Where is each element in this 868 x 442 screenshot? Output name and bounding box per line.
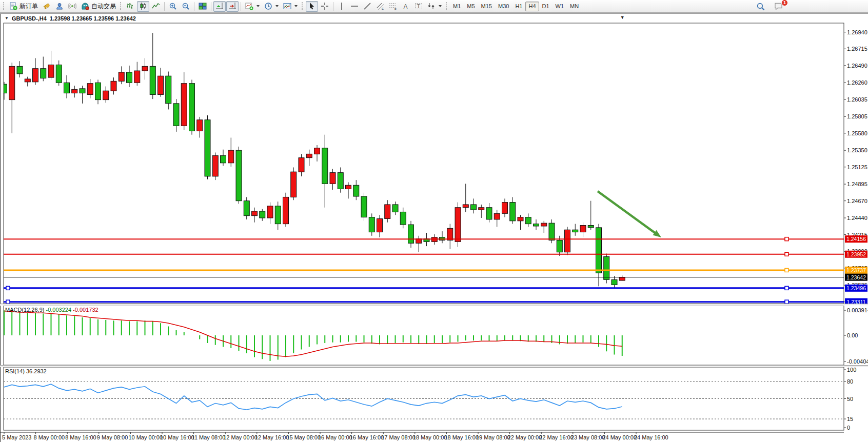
trendline-button[interactable] xyxy=(361,1,373,12)
chart-shift-button[interactable] xyxy=(226,1,239,12)
new-order-button[interactable]: 新订单 xyxy=(7,1,40,12)
candles xyxy=(2,33,625,288)
horizontal-line-1.23496[interactable] xyxy=(4,286,844,290)
arrows-button[interactable] xyxy=(425,1,444,12)
svg-text:8 May 00:00: 8 May 00:00 xyxy=(34,434,65,440)
svg-text:1.23737: 1.23737 xyxy=(846,267,866,273)
tab-timeframe-MN[interactable]: MN xyxy=(567,2,582,11)
signal-icon xyxy=(68,2,76,10)
fibonacci-icon: F xyxy=(389,2,397,10)
tab-timeframe-H1[interactable]: H1 xyxy=(512,2,525,11)
periods-button[interactable] xyxy=(262,1,281,12)
svg-text:19 May 08:00: 19 May 08:00 xyxy=(476,434,510,440)
dropdown-arrow-icon xyxy=(257,5,260,7)
svg-text:17 May 08:00: 17 May 08:00 xyxy=(381,434,416,440)
vertical-line-button[interactable] xyxy=(336,1,348,12)
time-axis[interactable] xyxy=(0,432,844,434)
svg-text:8 May 16:00: 8 May 16:00 xyxy=(65,434,96,440)
community-button[interactable] xyxy=(53,1,66,12)
macd-pane[interactable] xyxy=(4,310,623,361)
horizontal-line-button[interactable] xyxy=(348,1,361,12)
toolbar-grip[interactable] xyxy=(120,2,122,10)
svg-text:15: 15 xyxy=(847,416,853,422)
svg-text:1.24670: 1.24670 xyxy=(847,198,867,204)
rsi-pane[interactable] xyxy=(4,381,844,419)
notifications-button[interactable]: 1 xyxy=(772,1,785,12)
macd-signal-value: -0.001732 xyxy=(73,307,98,313)
text-button[interactable]: A xyxy=(400,1,412,12)
svg-text:10 May 00:00: 10 May 00:00 xyxy=(128,434,163,440)
trend-arrow-annotation[interactable] xyxy=(598,191,661,237)
svg-text:1.26490: 1.26490 xyxy=(847,63,867,69)
template-icon xyxy=(283,2,291,10)
channel-button[interactable]: E xyxy=(374,1,386,12)
svg-text:1.23642: 1.23642 xyxy=(846,274,866,280)
candlestick-chart-button[interactable] xyxy=(137,1,149,12)
rsi-indicator-label: RSI(14) 36.2932 xyxy=(5,368,47,374)
svg-text:1.25125: 1.25125 xyxy=(847,164,867,170)
tile-windows-button[interactable] xyxy=(196,1,209,12)
tab-timeframe-M30[interactable]: M30 xyxy=(495,2,512,11)
chart-canvas[interactable]: ▼1.269401.267151.264901.262601.260351.25… xyxy=(0,13,868,442)
pane-splitter[interactable] xyxy=(0,304,868,306)
toolbar-separator xyxy=(333,2,333,11)
zoom-out-button[interactable] xyxy=(180,1,192,12)
toolbar-separator xyxy=(194,2,194,11)
tab-timeframe-H4[interactable]: H4 xyxy=(525,2,539,11)
svg-text:1.26715: 1.26715 xyxy=(847,46,867,52)
candlestick-icon xyxy=(139,2,147,10)
tab-timeframe-M1[interactable]: M1 xyxy=(450,2,464,11)
signals-button[interactable] xyxy=(66,1,78,12)
alerts-button[interactable] xyxy=(41,1,53,12)
svg-text:1.26260: 1.26260 xyxy=(847,79,867,86)
new-order-icon xyxy=(9,2,17,10)
equidistant-channel-icon: E xyxy=(376,2,384,10)
templates-button[interactable] xyxy=(281,1,300,12)
svg-text:0: 0 xyxy=(847,425,850,431)
autotrading-label: 自动交易 xyxy=(91,2,116,11)
tab-timeframe-M15[interactable]: M15 xyxy=(478,2,495,11)
fibonacci-button[interactable]: F xyxy=(387,1,399,12)
line-chart-button[interactable] xyxy=(150,1,162,12)
indicators-button[interactable] xyxy=(243,1,262,12)
crosshair-button[interactable] xyxy=(319,1,331,12)
text-label-icon: T xyxy=(415,2,423,10)
toolbar-grip[interactable] xyxy=(446,2,448,10)
svg-text:10 May 16:00: 10 May 16:00 xyxy=(160,434,194,440)
svg-text:1.25805: 1.25805 xyxy=(847,113,867,119)
svg-text:1.24895: 1.24895 xyxy=(847,181,867,187)
svg-text:22 May 00:00: 22 May 00:00 xyxy=(508,434,542,440)
svg-text:50: 50 xyxy=(847,396,853,402)
chart-shift-icon xyxy=(228,2,236,10)
tab-timeframe-W1[interactable]: W1 xyxy=(553,2,567,11)
pane-splitter[interactable] xyxy=(0,365,868,367)
price-pane[interactable] xyxy=(2,33,662,288)
search-button[interactable] xyxy=(754,1,767,12)
tab-timeframe-D1[interactable]: D1 xyxy=(539,2,553,11)
toolbar-grip[interactable] xyxy=(3,2,5,10)
auto-scroll-button[interactable] xyxy=(213,1,226,12)
svg-text:1.24156: 1.24156 xyxy=(846,236,866,242)
notification-badge: 1 xyxy=(781,0,788,6)
svg-text:11 May 08:00: 11 May 08:00 xyxy=(192,434,226,440)
cursor-button[interactable] xyxy=(306,1,318,12)
svg-text:1.25350: 1.25350 xyxy=(847,147,867,153)
autotrading-button[interactable]: 自动交易 xyxy=(79,1,118,12)
rsi-value: 36.2932 xyxy=(26,368,47,374)
svg-text:9 May 08:00: 9 May 08:00 xyxy=(97,434,128,440)
text-label-button[interactable]: T xyxy=(412,1,425,12)
toolbar-right-icons: 1 xyxy=(754,1,785,12)
bar-chart-button[interactable] xyxy=(124,1,136,12)
svg-text:100: 100 xyxy=(847,367,856,373)
zoom-in-button[interactable] xyxy=(167,1,179,12)
mt4-application-window: 新订单 自动交易 xyxy=(0,0,868,442)
timeframe-group: M1M5M15M30H1H4D1W1MN xyxy=(450,2,582,11)
tab-timeframe-M5[interactable]: M5 xyxy=(464,2,478,11)
toolbar-grip[interactable] xyxy=(302,2,304,10)
horizontal-line-1.23952[interactable] xyxy=(4,252,844,256)
line-chart-icon xyxy=(152,2,160,10)
svg-text:1.25580: 1.25580 xyxy=(847,130,867,136)
svg-text:18 May 00:00: 18 May 00:00 xyxy=(413,434,447,440)
horizontal-line-1.23737[interactable] xyxy=(4,268,844,272)
svg-text:24 May 00:00: 24 May 00:00 xyxy=(602,434,637,440)
